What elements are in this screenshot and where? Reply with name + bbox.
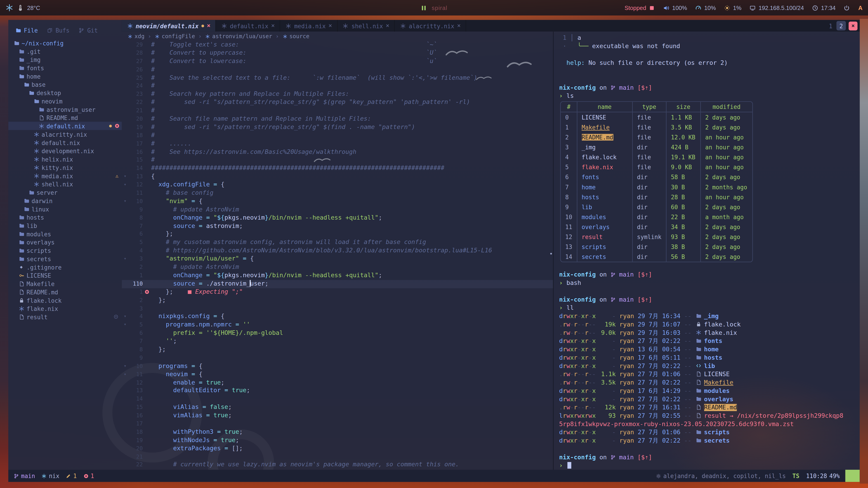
tab-page-1[interactable]: 1 bbox=[826, 21, 835, 31]
nixos-logo-icon[interactable] bbox=[5, 4, 13, 11]
tree-item[interactable]: lib bbox=[8, 221, 122, 230]
close-buffer-icon[interactable]: × bbox=[329, 22, 332, 29]
code-line[interactable]: 8 }; bbox=[122, 346, 553, 354]
pause-icon[interactable] bbox=[421, 5, 427, 11]
code-line[interactable]: 22# sed -ri "s/pattern_str/replace_str/g… bbox=[122, 98, 553, 107]
tree-tab-bufs[interactable]: Bufs bbox=[46, 27, 69, 34]
code-line[interactable]: 11 # base config bbox=[122, 189, 553, 197]
tree-item[interactable]: kitty.nix bbox=[8, 163, 122, 171]
code-line[interactable]: 20 extraPackages = []; bbox=[122, 445, 553, 453]
close-window-button[interactable]: × bbox=[848, 21, 857, 30]
tree-item[interactable]: secrets bbox=[8, 255, 122, 263]
code-line[interactable]: 15# bbox=[122, 156, 553, 164]
terminal-pane[interactable]: 1 │ a · ╰── executable was not found hel… bbox=[554, 32, 860, 470]
tree-tab-file[interactable]: File bbox=[15, 27, 38, 34]
fold-icon[interactable]: ▾ bbox=[122, 313, 128, 321]
cpu-indicator[interactable]: 10% bbox=[695, 4, 716, 11]
code-line[interactable]: 14 bbox=[122, 395, 553, 403]
buffer-tab[interactable]: shell.nix× bbox=[338, 20, 395, 31]
code-line[interactable]: 110 source = ./astronvim_user; bbox=[122, 280, 553, 288]
code-line[interactable]: 17 bbox=[122, 420, 553, 428]
code-line[interactable]: 21# bbox=[122, 107, 553, 115]
tree-item[interactable]: default.nix bbox=[8, 138, 122, 147]
buffer-tab[interactable]: default.nix× bbox=[216, 20, 281, 31]
code-line[interactable]: 1 onChange = "${pkgs.neovim}/bin/nvim --… bbox=[122, 271, 553, 280]
tree-item[interactable]: helix.nix bbox=[8, 155, 122, 163]
breadcrumb-item[interactable]: source bbox=[282, 33, 309, 39]
code-line[interactable]: 4 # https://github.com/AstroNvim/AstroNv… bbox=[122, 247, 553, 255]
close-buffer-icon[interactable]: × bbox=[457, 22, 461, 29]
tab-page-2[interactable]: 2 bbox=[836, 21, 846, 31]
close-buffer-icon[interactable]: × bbox=[207, 22, 211, 29]
tree-item[interactable]: flake.nix bbox=[8, 304, 122, 313]
code-line[interactable]: 24# bbox=[122, 82, 553, 90]
code-line[interactable]: 15 viAlias = false; bbox=[122, 403, 553, 412]
tree-tab-git[interactable]: Git bbox=[79, 27, 98, 34]
error-indicator[interactable]: 1 bbox=[84, 473, 94, 479]
code-line[interactable]: 6 prefix = ''${HOME}/.npm-global bbox=[122, 329, 553, 337]
tree-item[interactable]: development.nix bbox=[8, 147, 122, 155]
code-line[interactable]: 6 }; bbox=[122, 230, 553, 238]
tree-item[interactable]: modules bbox=[8, 230, 122, 238]
breadcrumb-item[interactable]: configFile bbox=[154, 33, 195, 39]
code-line[interactable]: 19 withNodeJs = true; bbox=[122, 436, 553, 445]
tree-item[interactable]: LICENSE bbox=[8, 271, 122, 280]
code-line[interactable]: 13 defaultEditor = true; bbox=[122, 387, 553, 395]
fold-icon[interactable]: ▾ bbox=[122, 197, 128, 205]
tree-item[interactable]: fonts bbox=[8, 64, 122, 72]
code-line[interactable]: 22 # currently we use lazy.nvim as neovi… bbox=[122, 461, 553, 469]
close-buffer-icon[interactable]: × bbox=[271, 22, 275, 29]
tree-item[interactable]: overlays bbox=[8, 238, 122, 246]
tree-item[interactable]: default.nix● bbox=[8, 122, 122, 130]
tree-item[interactable]: desktop bbox=[8, 89, 122, 97]
breadcrumb-item[interactable]: xdg bbox=[127, 33, 145, 39]
fold-icon[interactable]: ▾ bbox=[122, 181, 128, 189]
tree-item[interactable]: result bbox=[8, 313, 122, 321]
code-line[interactable]: 16 vimAlias = true; bbox=[122, 412, 553, 420]
code-line[interactable]: 12 enable = true; bbox=[122, 379, 553, 387]
fold-icon[interactable]: ▾ bbox=[122, 255, 128, 263]
tree-item[interactable]: linux bbox=[8, 205, 122, 213]
clock[interactable]: 17:34 bbox=[812, 4, 836, 11]
git-branch-indicator[interactable]: main bbox=[14, 473, 35, 479]
media-status[interactable]: Stopped bbox=[625, 4, 655, 11]
code-line[interactable]: ▾11 neovim = { bbox=[122, 370, 553, 379]
brightness-indicator[interactable]: 1% bbox=[724, 4, 741, 11]
code-line[interactable]: 17# ...... bbox=[122, 140, 553, 148]
command-line[interactable]: › bbox=[559, 461, 860, 470]
code-line[interactable]: 18 withPython3 = true; bbox=[122, 428, 553, 436]
tree-item[interactable]: darwin bbox=[8, 196, 122, 205]
code-line[interactable]: ▾13{ bbox=[122, 173, 553, 181]
code-line[interactable]: ▾4 nixpkgs.config = { bbox=[122, 313, 553, 321]
code-line[interactable]: 1 }; ■ Expecting ";" bbox=[122, 288, 553, 296]
code-line[interactable]: 2 }; bbox=[122, 296, 553, 304]
tree-item[interactable]: _img bbox=[8, 55, 122, 64]
code-line[interactable]: 27# Convert to lowercase: `u` bbox=[122, 57, 553, 66]
code-line[interactable]: ▾5 programs.npm.npmrc = '' bbox=[122, 321, 553, 329]
close-buffer-icon[interactable]: × bbox=[386, 22, 390, 29]
fold-icon[interactable]: ▾ bbox=[122, 370, 128, 379]
code-line[interactable]: 29# Toggle text's case: `~` bbox=[122, 41, 553, 49]
command-line[interactable]: › bash bbox=[559, 279, 860, 287]
tree-item[interactable]: .git bbox=[8, 47, 122, 55]
code-line[interactable]: ▾10 "nvim" = { bbox=[122, 197, 553, 205]
code-line[interactable]: 19# sed -ri "s/pattern_str/replace_str/g… bbox=[122, 123, 553, 131]
fold-icon[interactable]: ▾ bbox=[122, 173, 128, 181]
command-line[interactable]: › ll bbox=[559, 304, 860, 312]
code-line[interactable]: 7 ''; bbox=[122, 337, 553, 346]
code-line[interactable]: 7 source = astronvim; bbox=[122, 222, 553, 230]
tree-item[interactable]: Makefile bbox=[8, 280, 122, 288]
code-line[interactable]: ▾12 xdg.configFile = { bbox=[122, 181, 553, 189]
code-line[interactable]: 25# Save the selected text to a file: `:… bbox=[122, 74, 553, 82]
tree-item[interactable]: home bbox=[8, 72, 122, 80]
tree-item[interactable]: server bbox=[8, 188, 122, 197]
code-line[interactable]: 16# See https://astronvim.com/Basic%20Us… bbox=[122, 148, 553, 156]
tree-item[interactable]: ~/nix-config bbox=[8, 39, 122, 47]
tree-item[interactable]: shell.nix bbox=[8, 180, 122, 188]
code-line[interactable]: 5 # my cusotom astronvim config, astronv… bbox=[122, 238, 553, 247]
breadcrumb-item[interactable]: astronvim/lua/user bbox=[205, 33, 272, 39]
code-area[interactable]: 29# Toggle text's case: `~`28# Convert t… bbox=[122, 41, 553, 470]
tree-item[interactable]: hosts bbox=[8, 213, 122, 221]
tree-item[interactable]: base bbox=[8, 80, 122, 89]
tree-item[interactable]: neovim bbox=[8, 97, 122, 105]
